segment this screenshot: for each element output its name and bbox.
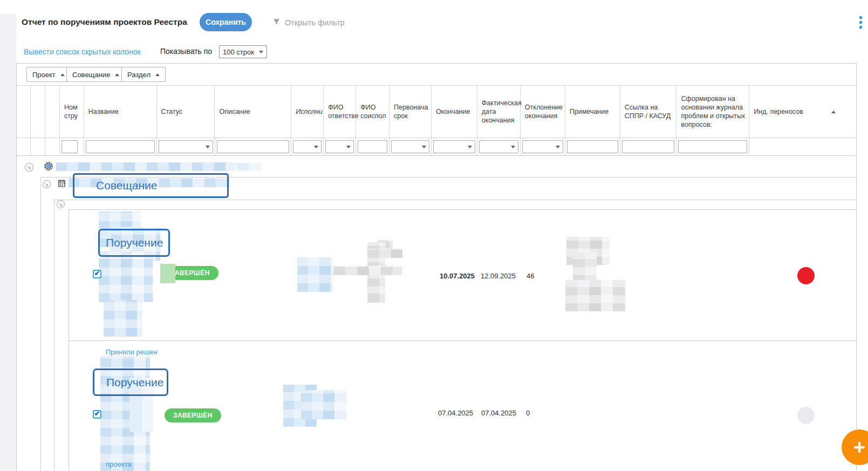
status-badge: ЗАВЕРШЁН <box>165 408 221 422</box>
header-cell-number[interactable]: Ном стру <box>60 86 84 138</box>
filter-cell-empty <box>17 138 31 155</box>
actual-end-date: 12.09.2025 <box>481 272 516 280</box>
header-cell-deviation[interactable]: Отклонение окончания <box>521 86 565 138</box>
redacted-content <box>104 300 142 337</box>
header-cell-responsible[interactable]: ФИО ответстве <box>324 86 356 138</box>
dropdown-arrow-icon <box>314 146 318 148</box>
expand-meeting-icon[interactable]: ↘ <box>43 180 51 188</box>
filter-input-coexecutor[interactable] <box>358 140 387 153</box>
chevron-down-icon <box>259 51 263 53</box>
header-cell-note[interactable]: Примечание <box>565 86 620 138</box>
kebab-menu-icon[interactable] <box>859 16 862 29</box>
row-divider <box>69 340 857 341</box>
page-title: Отчет по поручениям проектов Реестра <box>22 17 187 27</box>
filter-select-initial-term[interactable] <box>391 140 429 153</box>
save-button[interactable]: Сохранить <box>200 13 252 31</box>
grouping-bar: Проект Совещание Раздел <box>17 64 856 85</box>
annotation-meeting-label: Совещание <box>96 179 157 192</box>
task-checkbox[interactable]: ✔ <box>93 270 101 278</box>
filter-cell-executor <box>291 138 324 155</box>
redacted-content <box>297 257 333 292</box>
transfer-indicator-gray <box>797 407 815 424</box>
filter-select-responsible[interactable] <box>325 140 354 153</box>
redacted-project-title <box>56 162 235 171</box>
header-cell-name[interactable]: Название <box>84 86 157 138</box>
end-date: 07.04.2025 <box>438 409 473 417</box>
tree-border <box>54 200 54 471</box>
redacted-content <box>301 390 346 419</box>
annotation-task-box: Поручение <box>98 229 170 257</box>
header-cell-empty <box>45 86 60 138</box>
task-checkbox[interactable]: ✔ <box>93 410 101 419</box>
dropdown-arrow-icon <box>422 146 426 148</box>
filter-cell-name <box>84 138 157 155</box>
redacted-content <box>99 251 153 302</box>
header-cell-transfer-indicator[interactable]: Инд. переносов <box>749 86 856 138</box>
header-cell-empty <box>17 86 31 138</box>
annotation-meeting-box: Совещание <box>73 173 229 198</box>
filter-input-note[interactable] <box>567 140 618 153</box>
calendar-icon <box>57 179 66 190</box>
filter-cell-description <box>215 138 292 155</box>
redacted-content <box>573 252 597 283</box>
group-chip-meeting[interactable]: Совещание <box>66 67 125 82</box>
tree-border <box>54 200 857 200</box>
redacted-project-title <box>236 163 261 170</box>
transfer-indicator-red <box>797 267 815 284</box>
header-cell-formed-from[interactable]: Сформирован на основании журнала проблем… <box>676 86 749 138</box>
page-size-label: Показывать по <box>160 47 212 56</box>
page-size-select[interactable]: 100 строк <box>219 45 267 58</box>
left-gutter <box>0 13 16 471</box>
redacted-content <box>367 291 385 302</box>
filter-input-link[interactable] <box>622 140 675 153</box>
filter-cell-link <box>620 138 677 155</box>
deviation-value: 0 <box>526 409 530 417</box>
filter-select-executor[interactable] <box>293 140 322 153</box>
header-label: Инд. переносов <box>754 107 803 116</box>
header-cell-empty <box>31 86 45 138</box>
filter-cell-responsible <box>324 138 356 155</box>
deviation-value: 46 <box>527 272 534 280</box>
sort-asc-icon <box>831 111 836 113</box>
filter-cell-note <box>565 138 620 155</box>
filter-select-end[interactable] <box>433 140 475 153</box>
filter-input-description[interactable] <box>217 140 290 153</box>
filter-select-deviation[interactable] <box>522 140 563 153</box>
header-cell-coexecutor[interactable]: ФИО соиспол <box>356 86 389 138</box>
group-chip-project[interactable]: Проект <box>26 67 71 82</box>
redacted-content <box>160 264 175 283</box>
header-cell-initial-term[interactable]: Первонача срок <box>389 86 432 138</box>
dropdown-arrow-icon <box>556 146 560 148</box>
tree-border <box>40 177 41 471</box>
group-chip-section[interactable]: Раздел <box>121 67 166 82</box>
dropdown-arrow-icon <box>511 146 515 148</box>
filter-cell-end <box>432 138 477 155</box>
expand-project-icon[interactable]: ↘ <box>25 163 33 172</box>
annotation-task-label: Поручение <box>106 236 163 249</box>
group-chip-label: Проект <box>32 71 56 79</box>
header-cell-description[interactable]: Описание <box>215 86 291 138</box>
header-cell-end[interactable]: Окончание <box>432 86 477 138</box>
filter-cell-status <box>157 138 215 155</box>
header-cell-actual-end[interactable]: Фактическая дата окончания <box>477 86 521 138</box>
project-link[interactable]: проекта <box>106 460 132 468</box>
group-chip-label: Раздел <box>127 71 151 79</box>
filter-input-number[interactable] <box>61 140 78 153</box>
filter-select-status[interactable] <box>159 140 213 153</box>
expand-section-icon[interactable]: ↘ <box>57 200 65 208</box>
decision-link[interactable]: Приняли решен <box>106 348 158 356</box>
filter-cell-formed-from <box>676 138 749 155</box>
annotation-task-label: Поручение <box>106 376 163 389</box>
filter-cell-empty <box>31 138 45 155</box>
header-cell-executor[interactable]: Исполни <box>291 86 324 138</box>
dropdown-arrow-icon <box>468 146 472 148</box>
open-filter-label: Открыть фильтр <box>285 18 345 27</box>
open-filter-button[interactable]: Открыть фильтр <box>272 18 345 28</box>
filter-cell-empty <box>45 138 60 155</box>
show-hidden-columns-link[interactable]: Вывести список скрытых колонок <box>24 47 141 56</box>
header-cell-link[interactable]: Ссылка на СППР / КАСУД <box>620 86 677 138</box>
filter-input-name[interactable] <box>86 140 155 153</box>
filter-select-actual-end[interactable] <box>479 140 518 153</box>
header-cell-status[interactable]: Статус <box>157 86 215 138</box>
filter-input-formed-from[interactable] <box>678 140 747 153</box>
